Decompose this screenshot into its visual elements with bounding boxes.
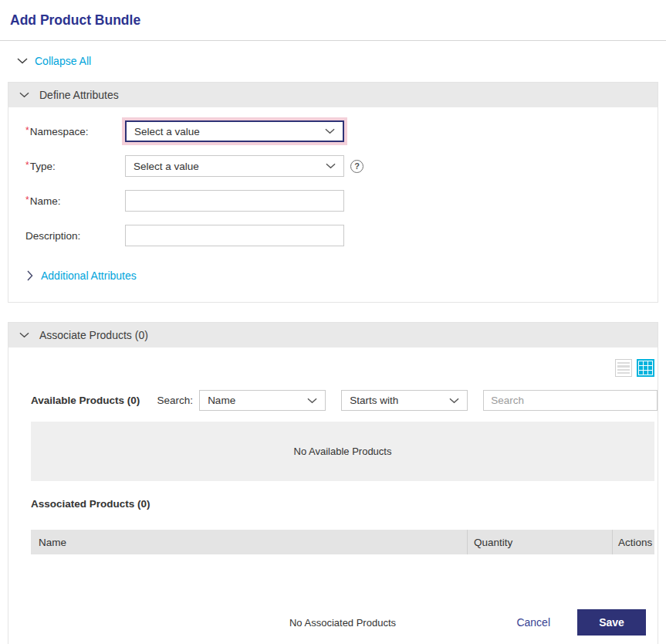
chevron-down-icon (325, 128, 335, 134)
column-header-quantity[interactable]: Quantity (467, 530, 612, 554)
define-attributes-title: Define Attributes (39, 89, 119, 101)
associate-products-header[interactable]: Associate Products (0) (8, 323, 658, 347)
required-marker: * (25, 125, 29, 136)
collapse-all-button[interactable]: Collapse All (17, 53, 117, 69)
namespace-row: *Namespace: Select a value (17, 120, 658, 142)
help-glyph: ? (354, 161, 360, 171)
page-header: Add Product Bundle (0, 0, 666, 41)
additional-attributes-label: Additional Attributes (41, 269, 137, 282)
list-bar (617, 372, 630, 374)
column-header-actions[interactable]: Actions (612, 530, 654, 554)
type-label: *Type: (17, 160, 125, 172)
description-label: Description: (17, 230, 125, 242)
associate-products-title: Associate Products (0) (39, 329, 148, 341)
list-bar (617, 362, 630, 364)
description-row: Description: (17, 225, 658, 246)
chevron-down-icon (307, 398, 317, 404)
available-empty-text: No Available Products (294, 446, 392, 457)
footer-row: No Associated Products Cancel Save (8, 609, 658, 636)
search-label: Search: (157, 395, 194, 406)
available-products-controls: Available Products (0) Search: Name Star… (8, 390, 658, 411)
define-attributes-header[interactable]: Define Attributes (8, 83, 658, 107)
required-marker: * (25, 195, 29, 205)
required-marker: * (25, 160, 29, 171)
available-products-title: Available Products (0) (31, 395, 157, 406)
chevron-right-icon (27, 270, 33, 281)
list-bar (617, 365, 630, 367)
namespace-select[interactable]: Select a value (125, 120, 344, 142)
grid-cell (644, 371, 647, 375)
grid-cell (648, 366, 652, 370)
search-field-value: Name (208, 395, 235, 406)
chevron-down-icon (19, 332, 29, 338)
search-input[interactable] (483, 390, 658, 411)
search-operator-select[interactable]: Starts with (341, 390, 468, 411)
associated-empty-text: No Associated Products (31, 617, 654, 629)
search-operator-value: Starts with (350, 395, 398, 406)
grid-cell (639, 361, 643, 365)
associate-products-section: Associate Products (0) Available Product… (8, 322, 658, 644)
namespace-label: *Namespace: (17, 125, 125, 137)
view-toggle (8, 347, 658, 377)
name-row: *Name: (17, 190, 658, 212)
name-label: *Name: (17, 195, 125, 207)
cancel-button[interactable]: Cancel (513, 615, 553, 630)
chevron-down-icon (19, 92, 29, 98)
available-products-empty-state: No Available Products (31, 422, 654, 481)
search-field-select[interactable]: Name (199, 390, 326, 411)
chevron-down-icon (449, 398, 459, 404)
help-icon[interactable]: ? (350, 160, 363, 173)
chevron-down-icon (326, 163, 336, 169)
type-select[interactable]: Select a value (125, 155, 344, 177)
grid-cell (644, 361, 647, 365)
associated-products-table-header: Name Quantity Actions (31, 530, 654, 554)
grid-cell (639, 366, 643, 370)
list-bar (617, 369, 630, 371)
description-input[interactable] (125, 225, 344, 246)
grid-cell (648, 361, 652, 365)
type-row: *Type: Select a value ? (17, 155, 658, 177)
name-input[interactable] (125, 190, 344, 212)
grid-cell (648, 371, 652, 375)
define-attributes-body: *Namespace: Select a value *Type: Select… (8, 107, 658, 302)
grid-cell (644, 366, 647, 370)
collapse-all-label: Collapse All (35, 55, 91, 67)
list-view-icon[interactable] (615, 359, 632, 377)
type-select-value: Select a value (134, 161, 199, 172)
namespace-select-value: Select a value (134, 126, 200, 137)
column-header-name[interactable]: Name (31, 530, 467, 554)
save-button[interactable]: Save (577, 609, 646, 636)
associated-products-title: Associated Products (0) (31, 498, 658, 510)
page-title: Add Product Bundle (10, 12, 140, 29)
define-attributes-section: Define Attributes *Namespace: Select a v… (8, 82, 658, 303)
additional-attributes-button[interactable]: Additional Attributes (27, 269, 181, 282)
chevron-down-icon (17, 58, 28, 64)
panel-gap (0, 303, 666, 322)
grid-view-icon[interactable] (637, 359, 654, 377)
grid-cell (639, 371, 643, 375)
